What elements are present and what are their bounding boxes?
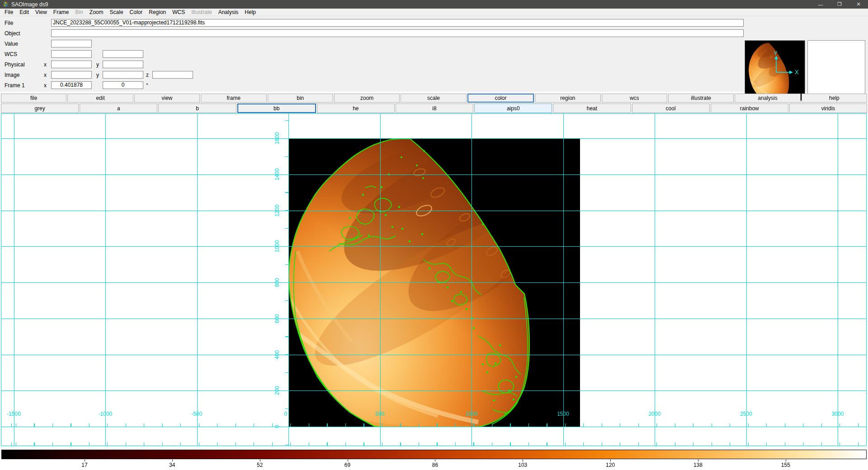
colormap-button-he[interactable]: he (317, 103, 395, 113)
fits-image-frame[interactable] (288, 138, 580, 427)
colormap-button-bb[interactable]: bb (237, 103, 316, 113)
menu-item-wcs[interactable]: WCS (169, 9, 188, 16)
physical-y-field[interactable] (103, 61, 143, 68)
colorbar-tick-label: 69 (344, 462, 350, 468)
colorbar-tick (85, 460, 85, 461)
toolbar-button-zoom[interactable]: zoom (334, 94, 400, 103)
frame-zoom-field[interactable]: 0.401878 (51, 81, 92, 89)
image-y-label: y (96, 72, 99, 78)
close-button[interactable]: ✕ (849, 0, 868, 9)
object-label: Object (5, 30, 20, 37)
menu-item-view[interactable]: View (32, 9, 50, 16)
menu-item-bin[interactable]: Bin (72, 9, 86, 16)
grid-vline (838, 113, 838, 446)
toolbar-button-color[interactable]: color (467, 94, 534, 103)
menu-bar: FileEditViewFrameBinZoomScaleColorRegion… (0, 9, 868, 16)
menu-item-illustrate[interactable]: Illustrate (188, 9, 215, 16)
colorbar-tick (610, 460, 611, 461)
physical-label: Physical (5, 61, 25, 68)
image-x-label: x (44, 72, 47, 78)
wcs-field-2[interactable] (103, 50, 143, 58)
toolbar-button-bin[interactable]: bin (268, 94, 333, 103)
image-z-field[interactable] (152, 71, 193, 79)
frame-rotation-field[interactable]: 0 (103, 81, 143, 89)
menu-item-region[interactable]: Region (146, 9, 169, 16)
magnifier (807, 40, 865, 100)
physical-y-label: y (96, 61, 99, 68)
value-row: Value (0, 40, 868, 47)
x-axis-label: 2000 (649, 411, 661, 417)
x-axis-label: 0 (284, 411, 288, 417)
colormap-button-i8[interactable]: i8 (396, 103, 473, 113)
object-field[interactable] (51, 29, 744, 37)
toolbar-button-scale[interactable]: scale (401, 94, 466, 103)
y-axis-label: 1600 (274, 132, 280, 145)
compass-y-label: Y (774, 50, 778, 56)
menu-item-frame[interactable]: Frame (50, 9, 72, 16)
toolbar-button-region[interactable]: region (535, 94, 600, 103)
toolbar-button-help[interactable]: help (802, 94, 867, 103)
image-x-field[interactable] (51, 71, 92, 79)
colormap-button-heat[interactable]: heat (553, 103, 631, 113)
minimize-button[interactable]: — (811, 0, 830, 9)
menu-item-zoom[interactable]: Zoom (86, 9, 107, 16)
colorbar-tick-label: 34 (169, 462, 175, 468)
image-viewport[interactable]: -1500-1000-50005001000150020002500300002… (0, 113, 868, 449)
menu-item-help[interactable]: Help (241, 9, 259, 16)
value-field[interactable] (51, 40, 92, 47)
menu-item-file[interactable]: File (1, 9, 16, 16)
colormap-button-grey[interactable]: grey (1, 103, 79, 113)
compass-x-label: X (795, 69, 799, 75)
colorbar-tick-label: 17 (81, 462, 87, 468)
grid-vline (105, 113, 106, 446)
colormap-button-aips0[interactable]: aips0 (474, 103, 552, 113)
toolbar-button-wcs[interactable]: wcs (602, 94, 667, 103)
toolbar-button-edit[interactable]: edit (67, 94, 133, 103)
panner[interactable]: Y X (745, 40, 805, 101)
image-row: Image x y z (0, 71, 868, 79)
wcs-label: WCS (5, 51, 17, 57)
toolbar-button-analysis[interactable]: analysis (735, 94, 800, 103)
x-axis-label: -500 (191, 411, 202, 417)
colorbar-tick (786, 460, 786, 461)
colormap-button-a[interactable]: a (80, 103, 157, 113)
wcs-field-1[interactable] (51, 50, 92, 58)
toolbar-button-frame[interactable]: frame (201, 94, 266, 103)
y-axis-minor-ticks (285, 113, 288, 446)
wcs-row: WCS (0, 50, 868, 58)
colorbar-tick (698, 460, 698, 461)
restore-button[interactable]: ❐ (830, 0, 849, 9)
colorbar-gradient[interactable] (1, 450, 867, 459)
title-bar: SAOImage ds9 — ❐ ✕ (0, 0, 868, 9)
degree-symbol: ° (146, 82, 148, 89)
toolbar-button-illustrate[interactable]: illustrate (668, 94, 734, 103)
image-y-field[interactable] (103, 71, 143, 79)
toolbar-row-2: greyabbbhei8aips0heatcoolrainbowviridis (0, 103, 868, 113)
menu-item-analysis[interactable]: Analysis (215, 9, 242, 16)
x-axis-label: -1000 (99, 411, 113, 417)
window-title: SAOImage ds9 (11, 1, 48, 8)
grid-border-right (866, 113, 867, 446)
grid-hline (1, 427, 866, 427)
toolbar-button-file[interactable]: file (1, 94, 66, 103)
border-minor-ticks (1, 442, 866, 446)
colormap-button-b[interactable]: b (158, 103, 236, 113)
info-panel: File JNCE_2023288_55C00055_V01-mapprojec… (0, 16, 868, 92)
colorbar-tick (260, 460, 260, 461)
file-field[interactable]: JNCE_2023288_55C00055_V01-mapprojected17… (51, 19, 744, 27)
menu-item-color[interactable]: Color (127, 9, 146, 16)
y-axis-label: 600 (274, 314, 280, 323)
grid-vline (655, 113, 655, 446)
image-label: Image (5, 72, 19, 78)
image-z-label: z (146, 72, 149, 78)
menu-item-edit[interactable]: Edit (16, 9, 32, 16)
colorbar-tick-label: 120 (606, 462, 615, 468)
colormap-button-cool[interactable]: cool (632, 103, 710, 113)
colormap-button-viridis[interactable]: viridis (789, 103, 867, 113)
frame-label: Frame 1 (5, 82, 25, 89)
colormap-button-rainbow[interactable]: rainbow (711, 103, 788, 113)
toolbar-button-view[interactable]: view (134, 94, 200, 103)
colorbar-tick-label: 86 (432, 462, 438, 468)
menu-item-scale[interactable]: Scale (107, 9, 127, 16)
physical-x-field[interactable] (51, 61, 92, 68)
